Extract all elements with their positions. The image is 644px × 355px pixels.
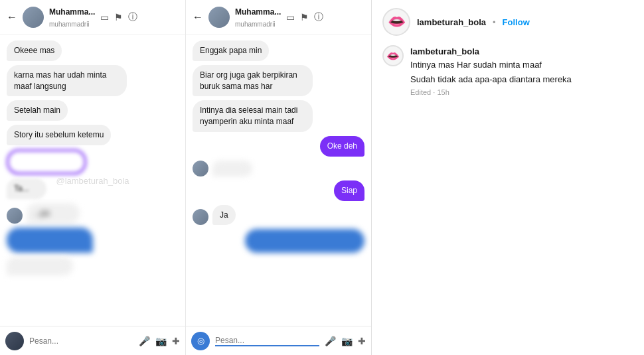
comment-avatar-emoji: 👄 bbox=[386, 50, 400, 62]
msg-row: Biar org juga gak berpikiran buruk sama … bbox=[193, 65, 364, 97]
ig-commenter-name[interactable]: lambeturah_bola bbox=[410, 46, 479, 56]
chat-input-2: ◎ 🎤 📷 ✚ bbox=[186, 326, 371, 355]
msg-bubble: Okeee mas bbox=[7, 40, 62, 61]
chat-name-2: Muhamma... muhammadrii bbox=[235, 5, 281, 29]
ig-header: 👄 lambeturah_bola • Follow bbox=[382, 8, 633, 36]
right-panel: 👄 lambeturah_bola • Follow 👄 lambeturah_… bbox=[372, 0, 644, 355]
info-icon-2[interactable]: ⓘ bbox=[314, 11, 323, 23]
msg-row: karna mas har udah minta maaf langsung bbox=[7, 65, 179, 97]
msg-bubble-blurred bbox=[212, 161, 252, 177]
msg-bubble-sent: Siap bbox=[334, 180, 364, 201]
chat-window-2: ← Muhamma... muhammadrii ▭ ⚑ ⓘ Enggak pa… bbox=[186, 0, 371, 355]
chat-window-1: ← Muhamma... muhammadrii ▭ ⚑ ⓘ @lambetur… bbox=[0, 0, 186, 355]
msg-row bbox=[7, 228, 179, 253]
msg-row: Ja bbox=[193, 205, 364, 226]
msg-row: Intinya dia selesai main tadi nyamperin … bbox=[193, 100, 364, 132]
flag-icon-2[interactable]: ⚑ bbox=[300, 12, 309, 23]
msg-bubble-sent: Oke deh bbox=[320, 136, 364, 157]
chat-header-1: ← Muhamma... muhammadrii ▭ ⚑ ⓘ bbox=[0, 0, 185, 35]
msg-bubble-blurred: ...pa bbox=[27, 203, 80, 224]
msg-row bbox=[7, 257, 179, 275]
msg-row: Oke deh bbox=[193, 136, 364, 157]
avatar-2 bbox=[208, 7, 230, 28]
ig-edited-label: Edited bbox=[410, 88, 431, 96]
plus-icon-2[interactable]: ✚ bbox=[358, 336, 366, 346]
message-input-1[interactable] bbox=[29, 336, 133, 346]
ig-comment-text-line2: Sudah tidak ada apa-apa diantara mereka bbox=[410, 73, 572, 86]
ig-avatar-emoji: 👄 bbox=[388, 13, 406, 31]
small-avatar bbox=[7, 208, 23, 224]
plus-icon-1[interactable]: ✚ bbox=[172, 336, 180, 346]
ig-comment-row: 👄 lambeturah_bola Intinya mas Har sudah … bbox=[382, 45, 633, 96]
msg-row: Ta... bbox=[7, 178, 179, 199]
msg-row: Story itu sebelum ketemu bbox=[7, 125, 179, 145]
info-icon-1[interactable]: ⓘ bbox=[128, 11, 137, 23]
msg-row: Siap bbox=[193, 180, 364, 201]
image-icon-1[interactable]: 📷 bbox=[155, 336, 167, 346]
msg-row bbox=[193, 161, 364, 177]
msg-row: Enggak papa min bbox=[193, 40, 364, 61]
video-icon-2[interactable]: ▭ bbox=[286, 12, 295, 23]
back-icon-2[interactable]: ← bbox=[193, 11, 203, 23]
follow-button[interactable]: Follow bbox=[503, 17, 530, 27]
chat-body-2: Enggak papa min Biar org juga gak berpik… bbox=[186, 35, 371, 326]
msg-bubble-blurred bbox=[7, 149, 86, 175]
image-icon-2[interactable]: 📷 bbox=[341, 336, 353, 346]
msg-bubble: Enggak papa min bbox=[193, 40, 269, 61]
msg-bubble: Ta... bbox=[7, 178, 46, 199]
camera-btn[interactable]: ◎ bbox=[191, 332, 210, 350]
chat-input-1: 🎤 📷 ✚ bbox=[0, 326, 185, 355]
msg-bubble: Ja bbox=[212, 205, 236, 226]
ig-dot: • bbox=[493, 17, 496, 27]
ig-account-name[interactable]: lambeturah_bola bbox=[417, 17, 486, 27]
input-avatar-1 bbox=[5, 332, 24, 350]
chat-body-1: @lambeturah_bola Okeee mas karna mas har… bbox=[0, 35, 185, 326]
avatar-1 bbox=[23, 7, 44, 28]
ig-comment-time: Edited · 15h bbox=[410, 88, 572, 96]
ig-comment-text-line1: Intinya mas Har sudah minta maaf bbox=[410, 58, 572, 72]
header-icons-1: ▭ ⚑ ⓘ bbox=[100, 11, 137, 23]
header-icons-2: ▭ ⚑ ⓘ bbox=[286, 11, 323, 23]
msg-bubble: Intinya dia selesai main tadi nyamperin … bbox=[193, 100, 313, 132]
video-icon-1[interactable]: ▭ bbox=[100, 12, 109, 23]
ig-comment-body: lambeturah_bola Intinya mas Har sudah mi… bbox=[410, 45, 572, 96]
ig-avatar: 👄 bbox=[382, 8, 410, 36]
header-info-1: Muhamma... muhammadrii bbox=[49, 5, 95, 29]
msg-bubble-blue bbox=[7, 228, 93, 253]
msg-row: Okeee mas bbox=[7, 40, 179, 61]
header-info-2: Muhamma... muhammadrii bbox=[235, 5, 281, 29]
msg-bubble bbox=[7, 257, 73, 275]
ig-time-value: 15h bbox=[437, 88, 449, 96]
flag-icon-1[interactable]: ⚑ bbox=[114, 12, 123, 23]
msg-row: Setelah main bbox=[7, 100, 179, 121]
message-input-2[interactable] bbox=[215, 336, 319, 346]
small-avatar-2 bbox=[193, 161, 208, 177]
msg-bubble: Setelah main bbox=[7, 100, 68, 121]
left-panel: ← Muhamma... muhammadrii ▭ ⚑ ⓘ @lambetur… bbox=[0, 0, 372, 355]
chat-header-2: ← Muhamma... muhammadrii ▭ ⚑ ⓘ bbox=[186, 0, 371, 35]
chat-name-1: Muhamma... muhammadrii bbox=[49, 5, 95, 29]
msg-bubble: karna mas har udah minta maaf langsung bbox=[7, 65, 127, 97]
small-avatar-3 bbox=[193, 209, 208, 225]
msg-bubble: Story itu sebelum ketemu bbox=[7, 125, 111, 145]
msg-row: ...pa bbox=[7, 203, 179, 224]
msg-row bbox=[7, 149, 179, 175]
mic-icon-2[interactable]: 🎤 bbox=[325, 336, 336, 346]
back-icon-1[interactable]: ← bbox=[7, 11, 17, 23]
mic-icon-1[interactable]: 🎤 bbox=[139, 336, 150, 346]
msg-row bbox=[193, 229, 364, 253]
msg-bubble: Biar org juga gak berpikiran buruk sama … bbox=[193, 65, 313, 97]
ig-comment-avatar: 👄 bbox=[382, 45, 404, 66]
